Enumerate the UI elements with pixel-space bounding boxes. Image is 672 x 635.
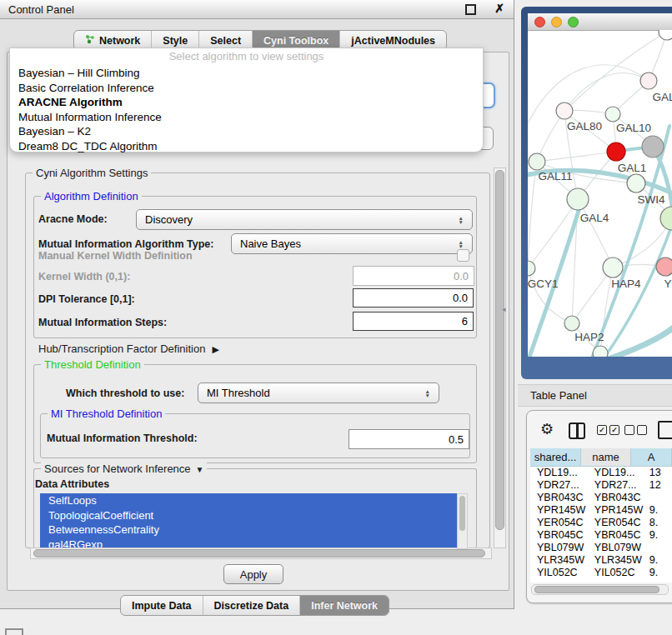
attribute-item-gal4rgexp[interactable]: gal4RGexp xyxy=(40,538,457,548)
table-row[interactable]: YIL052CYIL052C9. xyxy=(530,567,672,579)
attribute-item-selfloops[interactable]: SelfLoops xyxy=(40,493,457,508)
network-edge xyxy=(528,162,537,268)
table-horizontal-scrollbar[interactable] xyxy=(531,584,669,595)
gear-icon[interactable]: ⚙ xyxy=(540,420,554,438)
sources-label: Sources for Network Inference xyxy=(44,462,191,475)
float-window-icon[interactable] xyxy=(465,4,476,15)
network-node[interactable] xyxy=(656,258,672,276)
hub-definition-toggle[interactable]: Hub/Transcription Factor Definition▶ xyxy=(38,342,219,355)
network-node[interactable] xyxy=(642,136,664,158)
data-attributes-list[interactable]: SelfLoopsTopologicalCoefficientBetweenne… xyxy=(40,493,457,548)
select-all-columns-icon[interactable]: ✓✓ xyxy=(597,425,619,435)
manual-kernel-width-checkbox[interactable] xyxy=(457,249,469,262)
network-node-label: GAL80 xyxy=(567,120,602,132)
algorithm-option-bayesian-hill-climbing[interactable]: Bayesian – Hill Climbing xyxy=(10,66,483,81)
table-scrollbar-thumb[interactable] xyxy=(534,586,659,593)
control-panel-titlebar[interactable]: Control Panel ✗ xyxy=(0,0,514,19)
attribute-item-betweennesscentrality[interactable]: BetweennessCentrality xyxy=(40,522,457,538)
network-node[interactable] xyxy=(640,72,657,89)
table-row[interactable]: YBL079WYBL079W xyxy=(530,542,672,554)
table-row[interactable]: YBR043CYBR043C xyxy=(530,492,672,504)
network-node[interactable] xyxy=(556,102,573,119)
table-row[interactable]: YDL19...YDL19...13 xyxy=(530,467,672,479)
column-layout-icon[interactable] xyxy=(569,422,585,439)
aracne-mode-combobox[interactable]: Discovery ▲▼ xyxy=(136,209,473,230)
attribute-item-topologicalcoefficient[interactable]: TopologicalCoefficient xyxy=(40,508,457,523)
algorithm-option-basic-correlation-inference[interactable]: Basic Correlation Inference xyxy=(10,81,483,96)
network-node[interactable] xyxy=(607,142,625,161)
sources-toggle[interactable]: Sources for Network Inference▼ xyxy=(41,462,207,475)
algorithm-option-bayesian-k2[interactable]: Bayesian – K2 xyxy=(10,124,483,139)
network-node[interactable] xyxy=(593,346,608,357)
mi-threshold-label: Mutual Information Threshold: xyxy=(47,432,198,444)
bottom-tab-discretize-data[interactable]: Discretize Data xyxy=(203,596,301,615)
network-node[interactable] xyxy=(627,174,645,192)
column-header-name[interactable]: name xyxy=(581,448,631,467)
table-cell: 9. xyxy=(644,554,672,567)
network-node[interactable] xyxy=(659,30,672,40)
algorithm-option-aracne-algorithm[interactable]: ARACNE Algorithm xyxy=(10,95,483,110)
settings-vertical-scrollbar[interactable] xyxy=(494,168,506,548)
network-edge-highlighted xyxy=(601,322,672,357)
birdseye-toggle-icon[interactable] xyxy=(5,628,23,635)
table-row[interactable]: YLR345WYLR345W9. xyxy=(530,554,672,567)
bottom-tab-infer-network[interactable]: Infer Network xyxy=(300,596,389,615)
table-cell: 12 xyxy=(644,479,672,492)
which-threshold-combobox[interactable]: MI Threshold ▲▼ xyxy=(198,382,439,403)
table-cell: YER054C xyxy=(530,517,588,529)
column-header-shared[interactable]: shared... xyxy=(530,448,581,467)
kernel-width-field[interactable]: 0.0 xyxy=(353,266,474,286)
kernel-width-label: Kernel Width (0,1): xyxy=(38,271,130,282)
table-cell: YLR345W xyxy=(588,554,644,567)
table-cell: YDR27... xyxy=(530,479,588,492)
table-cell: 9. xyxy=(644,567,672,579)
network-node[interactable] xyxy=(567,188,589,210)
table-cell: YPR145W xyxy=(530,504,588,517)
network-node[interactable] xyxy=(660,207,672,230)
table-cell: 9. xyxy=(644,529,672,542)
table-row[interactable]: YER054CYER054C8. xyxy=(530,517,672,529)
network-node[interactable] xyxy=(529,153,545,170)
table-row[interactable]: YBR045CYBR045C9. xyxy=(530,529,672,542)
close-icon[interactable]: ✗ xyxy=(494,2,504,15)
horizontal-scrollbar-thumb[interactable] xyxy=(33,549,485,558)
network-node[interactable] xyxy=(605,107,620,122)
network-canvas[interactable]: GALGAL80GAL10GAL1GAL11SWI4GAL4GCY1HAP4YH… xyxy=(528,30,672,357)
column-header-a[interactable]: A xyxy=(631,448,672,467)
deselect-all-columns-icon[interactable] xyxy=(624,425,647,435)
table-panel-title: Table Panel xyxy=(530,389,587,402)
algorithm-option-dream8-dc-tdc-algorithm[interactable]: Dream8 DC_TDC Algorithm xyxy=(10,139,483,154)
mi-steps-field[interactable]: 6 xyxy=(353,312,474,331)
bottom-tab-impute-data[interactable]: Impute Data xyxy=(121,596,203,615)
table-function-icon[interactable] xyxy=(658,421,672,439)
panel-splitter-arrow-icon[interactable]: ◂ xyxy=(502,305,506,313)
table-row[interactable]: YDR27...YDR27...12 xyxy=(530,479,672,492)
dpi-tolerance-field[interactable]: 0.0 xyxy=(353,288,474,308)
minimize-traffic-light-icon[interactable] xyxy=(551,17,562,28)
network-node[interactable] xyxy=(564,316,579,331)
table-cell xyxy=(644,542,672,554)
network-edge xyxy=(578,199,613,268)
apply-button-label: Apply xyxy=(240,568,268,581)
network-node[interactable] xyxy=(528,261,535,276)
close-traffic-light-icon[interactable] xyxy=(534,17,545,28)
zoom-traffic-light-icon[interactable] xyxy=(568,17,579,28)
network-node-label: GAL10 xyxy=(616,122,651,134)
cyni-algorithm-settings-label: Cyni Algorithm Settings xyxy=(33,167,151,179)
vertical-scrollbar-thumb[interactable] xyxy=(495,170,504,530)
hub-definition-label: Hub/Transcription Factor Definition xyxy=(38,342,205,355)
stepper-arrows-icon: ▲▼ xyxy=(425,389,430,398)
mi-threshold-field[interactable]: 0.5 xyxy=(349,429,469,449)
network-node[interactable] xyxy=(603,258,623,278)
network-window-titlebar[interactable] xyxy=(528,13,672,31)
mi-threshold-value: 0.5 xyxy=(449,433,464,446)
algorithm-option-mutual-information-inference[interactable]: Mutual Information Inference xyxy=(10,110,483,125)
attributes-scrollbar[interactable] xyxy=(457,493,468,549)
apply-button[interactable]: Apply xyxy=(223,564,283,584)
mi-algorithm-type-combobox[interactable]: Naive Bayes ▲▼ xyxy=(231,233,473,254)
aracne-mode-value: Discovery xyxy=(145,213,452,226)
settings-horizontal-scrollbar[interactable] xyxy=(30,548,492,559)
stepper-arrows-icon: ▲▼ xyxy=(459,216,464,224)
table-row[interactable]: YPR145WYPR145W9. xyxy=(530,504,672,517)
attributes-scrollbar-thumb[interactable] xyxy=(459,496,465,531)
